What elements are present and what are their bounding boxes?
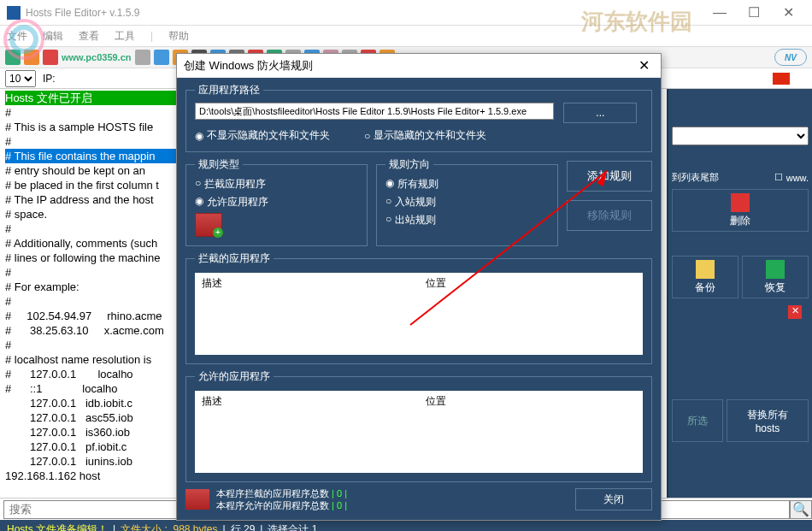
summary-text: 本程序拦截的应用程序总数 | 0 | 本程序允许的应用程序总数 | 0 | — [216, 487, 347, 511]
maximize-button[interactable]: ☐ — [737, 0, 771, 26]
backup-icon — [696, 260, 715, 279]
tb-icon-3[interactable] — [43, 50, 58, 65]
firewall-small-icon — [185, 489, 209, 510]
app-icon — [7, 6, 21, 20]
ip-label: IP: — [43, 73, 56, 85]
delete-icon — [731, 193, 750, 212]
tb-icon-5[interactable] — [135, 50, 150, 65]
tb-icon-1[interactable] — [5, 50, 21, 65]
menu-help[interactable]: 帮助 — [168, 29, 189, 44]
status-bar: Hosts 文件准备编辑！ | 文件大小 : 988 bytes | 行 29 … — [0, 520, 812, 531]
right-combo-1[interactable] — [672, 127, 809, 145]
radio-dir-all[interactable]: ◉所有规则 — [385, 177, 549, 192]
firewall-dialog: 创建 Windows 防火墙规则 ✕ 应用程序路径 D:\tools\桌面\ho… — [176, 53, 662, 521]
add-rule-button[interactable]: 添加规则 — [567, 161, 652, 192]
radio-allow[interactable]: ◉允许应用程序 — [195, 195, 358, 209]
wm-url: www.pc0359.cn — [62, 52, 132, 62]
minimize-button[interactable]: — — [703, 0, 737, 26]
tb-icon-2[interactable] — [24, 50, 39, 65]
menu-edit[interactable]: 编辑 — [43, 29, 63, 44]
backup-button[interactable]: 备份 — [672, 256, 738, 298]
firewall-icon — [195, 213, 222, 237]
search-button[interactable]: 🔍 — [790, 500, 812, 519]
resel-button[interactable]: 所选 — [672, 399, 723, 442]
blocked-list[interactable]: 描述 位置 — [195, 273, 643, 355]
restore-button[interactable]: 恢复 — [742, 256, 809, 298]
delete-button[interactable]: 删除 — [672, 189, 809, 232]
dialog-close-button[interactable]: ✕ — [633, 57, 654, 74]
rule-direction-group: 规则方向 ◉所有规则 ○入站规则 ○出站规则 — [376, 157, 558, 246]
window-title: Hosts File Editor+ v.1.5.9 — [26, 7, 703, 19]
radio-dir-in[interactable]: ○入站规则 — [385, 195, 549, 209]
blocked-apps-group: 拦截的应用程序 描述 位置 — [185, 251, 652, 364]
titlebar: Hosts File Editor+ v.1.5.9 — ☐ ✕ — [0, 0, 812, 26]
radio-hide-off[interactable]: ◉不显示隐藏的文件和文件夹 — [195, 128, 330, 143]
status-ready: Hosts 文件准备编辑！ — [7, 522, 108, 532]
flag-cn-icon[interactable] — [773, 73, 790, 85]
replace-all-button[interactable]: 替换所有hosts — [727, 399, 809, 442]
menu-file[interactable]: 文件 — [7, 29, 27, 44]
col-desc: 描述 — [195, 273, 419, 355]
allowed-list[interactable]: 描述 位置 — [195, 391, 643, 473]
radio-block[interactable]: ○拦截应用程序 — [195, 177, 358, 192]
chk-www-label[interactable]: www. — [786, 173, 809, 183]
rule-type-group: 规则类型 ○拦截应用程序 ◉允许应用程序 — [185, 157, 368, 246]
label-list-end: 到列表尾部 — [672, 171, 719, 184]
dialog-titlebar[interactable]: 创建 Windows 防火墙规则 ✕ — [177, 54, 661, 78]
nv-logo: NV — [774, 49, 807, 66]
menubar: 文件 编辑 查看 工具 | 帮助 — [0, 26, 812, 46]
radio-dir-out[interactable]: ○出站规则 — [385, 213, 549, 227]
right-panel: 到列表尾部 ☐ www. 删除 备份 恢复 ✕ 所选 — [667, 89, 812, 498]
col-loc: 位置 — [419, 273, 643, 355]
tb-icon-6[interactable] — [154, 50, 169, 65]
dialog-close-btn[interactable]: 关闭 — [575, 488, 652, 510]
menu-tools[interactable]: 工具 — [115, 29, 135, 44]
num-select[interactable]: 10 — [5, 70, 36, 87]
menu-view[interactable]: 查看 — [79, 29, 99, 44]
close-button[interactable]: ✕ — [771, 0, 805, 26]
panel-close-icon[interactable]: ✕ — [788, 305, 802, 319]
allowed-apps-group: 允许的应用程序 描述 位置 — [185, 369, 652, 482]
remove-rule-button[interactable]: 移除规则 — [567, 200, 652, 231]
path-group: 应用程序路径 D:\tools\桌面\hostsfileeditor\Hosts… — [185, 83, 652, 152]
path-input[interactable]: D:\tools\桌面\hostsfileeditor\Hosts File E… — [195, 103, 554, 120]
restore-icon — [766, 260, 785, 279]
browse-button[interactable]: ... — [563, 103, 637, 123]
radio-hide-on[interactable]: ○显示隐藏的文件和文件夹 — [364, 128, 486, 143]
dialog-title: 创建 Windows 防火墙规则 — [184, 58, 313, 74]
